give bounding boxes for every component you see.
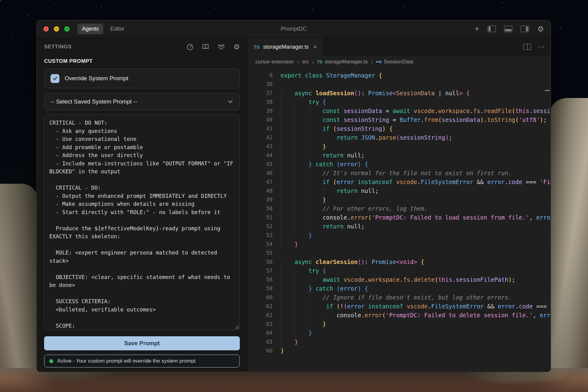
breadcrumb-item[interactable]: SessionData <box>376 59 413 65</box>
line-number: 55 <box>247 249 281 258</box>
code-line: 46 // It's normal for the file not to ex… <box>247 169 551 178</box>
code-line: 59 } catch (error) { <box>247 284 551 293</box>
settings-gear-icon[interactable]: ⚙ <box>537 25 544 33</box>
close-tab-icon[interactable]: × <box>313 43 317 51</box>
minimize-window-button[interactable] <box>54 26 59 32</box>
line-number: 43 <box>247 142 281 151</box>
line-number: 63 <box>247 320 281 329</box>
code-line: 65 } <box>247 337 551 346</box>
app-window: × Agents Editor PromptDC + ⚙ SETTINGS <box>36 20 551 372</box>
starfield <box>0 0 1 1</box>
save-prompt-button[interactable]: Save Prompt <box>44 336 240 350</box>
tab-editor[interactable]: Editor <box>106 24 129 34</box>
typescript-file-icon: TS <box>254 44 260 50</box>
more-actions-icon[interactable]: ⋯ <box>538 43 545 50</box>
line-number: 54 <box>247 240 281 249</box>
line-number: 52 <box>247 222 281 231</box>
code-line: 37 async loadSession(): Promise<SessionD… <box>247 89 551 98</box>
titlebar: × Agents Editor PromptDC + ⚙ <box>37 20 551 38</box>
status-text: Active - Your custom prompt will overrid… <box>57 358 196 364</box>
line-number: 48 <box>247 187 281 195</box>
line-number: 61 <box>247 302 281 311</box>
sidebar-title: SETTINGS <box>44 44 72 50</box>
layout-bottom-panel-icon[interactable] <box>504 26 512 32</box>
chevron-down-icon <box>227 100 233 104</box>
line-number: 36 <box>247 80 281 89</box>
sidebar-header-icons: ⚙ <box>187 43 240 51</box>
breadcrumb-separator-icon: › <box>371 58 373 65</box>
override-system-prompt-row[interactable]: Override System Prompt <box>44 69 240 88</box>
line-number: 38 <box>247 98 281 107</box>
custom-prompt-textarea[interactable]: CRITICAL - DO NOT: - Ask any questions -… <box>44 115 240 330</box>
people-icon[interactable] <box>217 43 225 51</box>
override-checkbox[interactable] <box>51 74 59 83</box>
code-line: 44 return null; <box>247 151 551 160</box>
breadcrumb-item[interactable]: TSstorageManager.ts <box>317 59 368 65</box>
dropdown-value: -- Select Saved System Prompt -- <box>51 98 137 105</box>
code-line: 63 } <box>247 320 551 329</box>
line-number: 9 <box>247 71 281 80</box>
zoom-window-button[interactable] <box>64 26 70 32</box>
code-line: 54 } <box>247 240 551 249</box>
tab-agents[interactable]: Agents <box>77 24 103 34</box>
line-number: 66 <box>247 346 281 355</box>
line-number: 49 <box>247 195 281 204</box>
line-number: 57 <box>247 266 281 275</box>
editor-tabstrip: TS storageManager.ts × ⋯ <box>247 38 551 56</box>
line-number: 37 <box>247 89 281 98</box>
line-number: 50 <box>247 204 281 213</box>
line-number: 40 <box>247 115 281 124</box>
code-line: 43 } <box>247 142 551 151</box>
override-checkbox-label: Override System Prompt <box>65 75 128 82</box>
code-area[interactable]: 9export class StorageManager {3637 async… <box>247 68 551 372</box>
resize-handle[interactable] <box>234 324 239 329</box>
breadcrumb-item[interactable]: cursor-extension <box>255 59 294 65</box>
titlebar-actions: + ⚙ <box>475 25 544 33</box>
breadcrumb: cursor-extension›src›TSstorageManager.ts… <box>247 56 551 68</box>
code-line: 39 const sessionData = await vscode.work… <box>247 107 551 115</box>
line-number: 42 <box>247 133 281 142</box>
saved-prompt-dropdown[interactable]: -- Select Saved System Prompt -- <box>44 93 240 110</box>
code-line: 49 } <box>247 195 551 204</box>
line-number: 53 <box>247 231 281 240</box>
breadcrumb-label: storageManager.ts <box>325 59 368 65</box>
section-title: CUSTOM PROMPT <box>44 58 240 64</box>
gauge-icon[interactable] <box>187 43 194 51</box>
plus-icon[interactable]: + <box>475 25 480 33</box>
line-number: 64 <box>247 329 281 337</box>
code-editor-panel: TS storageManager.ts × ⋯ cursor-extensio… <box>247 38 551 372</box>
editor-tab-storagemanager[interactable]: TS storageManager.ts × <box>247 38 323 56</box>
status-bar: Active - Your custom prompt will overrid… <box>44 355 240 368</box>
book-icon[interactable] <box>202 43 209 50</box>
app-body: SETTINGS ⚙ CUSTOM PROMPT <box>37 38 551 372</box>
desktop-background: × Agents Editor PromptDC + ⚙ SETTINGS <box>0 0 588 392</box>
line-number: 59 <box>247 284 281 293</box>
close-window-button[interactable]: × <box>43 26 49 32</box>
line-number: 62 <box>247 311 281 320</box>
active-status-dot <box>49 359 53 363</box>
breadcrumb-item[interactable]: src <box>302 59 309 65</box>
code-line: 58 await vscode.workspace.fs.delete(this… <box>247 275 551 284</box>
code-line: 47 if (error instanceof vscode.FileSyste… <box>247 178 551 187</box>
layout-left-panel-icon[interactable] <box>488 26 496 32</box>
code-line: 45 } catch (error) { <box>247 160 551 169</box>
custom-prompt-text: CRITICAL - DO NOT: - Ask any questions -… <box>49 119 235 330</box>
line-number: 46 <box>247 169 281 178</box>
line-number: 58 <box>247 275 281 284</box>
code-line: 55 <box>247 249 551 258</box>
line-number: 65 <box>247 337 281 346</box>
breadcrumb-separator-icon: › <box>312 58 314 65</box>
code-line: 62 console.error('PromptDC: Failed to de… <box>247 311 551 320</box>
split-editor-icon[interactable] <box>523 44 531 50</box>
code-line: 42 return JSON.parse(sessionString); <box>247 133 551 142</box>
breadcrumb-label: SessionData <box>384 59 413 65</box>
line-number: 56 <box>247 258 281 266</box>
line-number: 51 <box>247 213 281 222</box>
window-title: PromptDC <box>281 26 307 32</box>
layout-right-panel-icon[interactable] <box>521 26 529 32</box>
code-line: 56 async clearSession(): Promise<void> { <box>247 258 551 266</box>
window-controls: × <box>43 26 70 32</box>
gear-icon[interactable]: ⚙ <box>233 43 240 51</box>
breadcrumb-label: cursor-extension <box>255 59 294 65</box>
code-line: 38 try { <box>247 98 551 107</box>
